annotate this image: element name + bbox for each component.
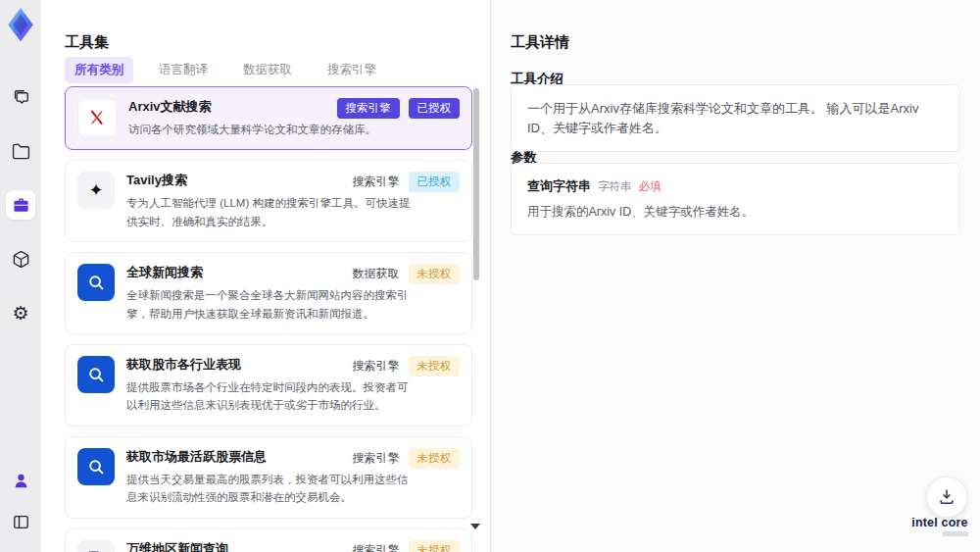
scrollbar-thumb[interactable] <box>473 88 479 280</box>
tab-all-categories[interactable]: 所有类别 <box>65 57 133 83</box>
tool-detail-panel: 工具详情 工具介绍 一个用于从Arxiv存储库搜索科学论文和文章的工具。 输入可… <box>491 0 980 552</box>
parameter-card: 查询字符串 字符串 必填 用于搜索的Arxiv ID、关键字或作者姓名。 <box>511 163 960 235</box>
toolbox-icon[interactable] <box>6 190 35 220</box>
tool-description: 提供当天交易量最高的股票列表，投资者可以利用这些信息来识别流动性强的股票和潜在的… <box>126 471 413 507</box>
sparkle-icon: ✦ <box>77 172 115 209</box>
intel-core-logo: intel core <box>909 516 970 529</box>
tool-category-tag: 搜索引擎 <box>353 542 400 552</box>
tool-description: 专为人工智能代理 (LLM) 构建的搜索引擎工具。可快速提供实时、准确和真实的结… <box>126 194 413 230</box>
chat-icon[interactable] <box>6 82 35 112</box>
detail-title: 工具详情 <box>511 33 569 52</box>
rail-nav: ⚙ <box>0 82 41 327</box>
tab-search-engine[interactable]: 搜索引擎 <box>318 57 386 83</box>
scroll-down-icon[interactable] <box>470 524 480 529</box>
app-window: ⚙ 工具集 所有类别 语言翻译 数据获取 搜索引擎 <box>0 0 980 552</box>
param-required-badge: 必填 <box>639 179 662 194</box>
tool-category-tag: 数据获取 <box>353 266 400 282</box>
arxiv-icon <box>77 98 117 137</box>
tool-card[interactable]: Arxiv文献搜索 访问各个研究领域大量科学论文和文章的存储库。 搜索引擎 已授… <box>65 86 472 150</box>
app-logo-icon <box>5 7 36 42</box>
tool-status-badge: 未授权 <box>409 448 461 469</box>
tool-status-badge: 未授权 <box>409 264 461 284</box>
tool-list: Arxiv文献搜索 访问各个研究领域大量科学论文和文章的存储库。 搜索引擎 已授… <box>65 86 472 552</box>
category-tabs: 所有类别 语言翻译 数据获取 搜索引擎 <box>65 57 386 83</box>
intro-text: 一个用于从Arxiv存储库搜索科学论文和文章的工具。 输入可以是Arxiv ID… <box>511 84 960 152</box>
param-description: 用于搜索的Arxiv ID、关键字或作者姓名。 <box>527 204 944 221</box>
search-icon <box>77 448 115 485</box>
intel-logo-bar <box>943 531 968 536</box>
tool-card[interactable]: 获取市场最活跃股票信息 提供当天交易量最高的股票列表，投资者可以利用这些信息来识… <box>65 436 472 519</box>
folder-icon[interactable] <box>6 136 35 166</box>
param-type: 字符串 <box>598 179 632 194</box>
param-name: 查询字符串 <box>527 177 591 195</box>
package-icon[interactable] <box>6 244 35 274</box>
tool-card[interactable]: 全球新闻搜索 全球新闻搜索是一个聚合全球各大新闻网站内容的搜索引擎，帮助用户快速… <box>65 252 472 334</box>
user-icon[interactable] <box>6 466 35 495</box>
tool-description: 提供股票市场各个行业在特定时间段内的表现。投资者可以利用这些信息来识别表现优于或… <box>126 378 413 415</box>
tool-status-badge: 未授权 <box>409 356 461 376</box>
tab-language-translation[interactable]: 语言翻译 <box>149 57 218 83</box>
tool-status-badge: 已授权 <box>409 98 461 119</box>
page-title: 工具集 <box>65 33 109 52</box>
tool-category-tag: 搜索引擎 <box>353 358 400 375</box>
tool-card[interactable]: ✦ Tavily搜索 专为人工智能代理 (LLM) 构建的搜索引擎工具。可快速提… <box>65 160 472 242</box>
search-icon <box>77 264 115 301</box>
left-rail: ⚙ <box>0 0 42 552</box>
tool-description: 访问各个研究领域大量科学论文和文章的存储库。 <box>128 121 422 138</box>
panel-toggle-icon[interactable] <box>6 507 35 536</box>
rail-bottom <box>0 466 41 536</box>
tool-category-tag: 搜索引擎 <box>337 98 400 119</box>
tool-category-tag: 搜索引擎 <box>353 450 400 467</box>
tool-card[interactable]: 万维地区新闻查询 查询具体行政区划内的新闻，快速了解各地新闻动 搜索引擎 未授权 <box>65 528 472 552</box>
tab-data-fetching[interactable]: 数据获取 <box>233 57 302 83</box>
settings-icon[interactable]: ⚙ <box>6 298 35 327</box>
download-button[interactable] <box>926 477 967 518</box>
tool-description: 全球新闻搜索是一个聚合全球各大新闻网站内容的搜索引擎，帮助用户快速获取全球最新资… <box>126 286 413 323</box>
download-icon <box>937 487 956 507</box>
tool-status-badge: 未授权 <box>409 540 461 552</box>
search-icon <box>77 356 115 393</box>
tool-card[interactable]: 获取股市各行业表现 提供股票市场各个行业在特定时间段内的表现。投资者可以利用这些… <box>65 344 472 427</box>
tool-category-tag: 搜索引擎 <box>353 174 400 190</box>
building-icon <box>77 540 115 552</box>
tool-status-badge: 已授权 <box>409 172 461 192</box>
tool-list-panel: 工具集 所有类别 语言翻译 数据获取 搜索引擎 Arxiv文献搜索 访问各个研究… <box>41 0 490 552</box>
